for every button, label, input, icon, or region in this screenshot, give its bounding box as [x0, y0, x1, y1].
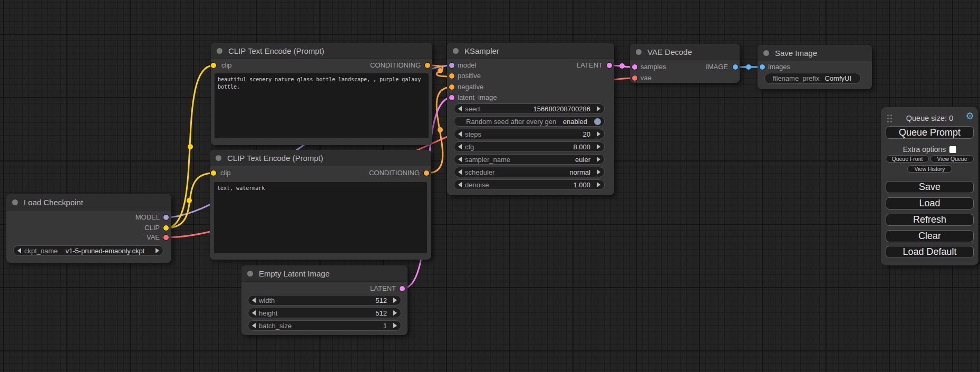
node-title-bar[interactable]: Load Checkpoint: [6, 194, 171, 211]
filename-prefix-widget[interactable]: filename_prefix ComfyUI: [764, 73, 861, 84]
increment-arrow-icon[interactable]: [597, 131, 600, 137]
collapse-dot-icon[interactable]: [217, 48, 222, 54]
collapse-dot-icon[interactable]: [636, 49, 642, 55]
decrement-arrow-icon[interactable]: [458, 144, 462, 149]
collapse-dot-icon[interactable]: [247, 271, 253, 276]
increment-arrow-icon[interactable]: [597, 157, 600, 162]
decrement-arrow-icon[interactable]: [252, 298, 256, 303]
node-title-bar[interactable]: Empty Latent Image: [241, 265, 407, 282]
positive-prompt-textarea[interactable]: beautiful scenery nature glass bottle la…: [215, 73, 429, 138]
output-port-model[interactable]: [163, 215, 169, 220]
node-ksampler[interactable]: KSampler model positive negative latent_…: [447, 43, 614, 195]
increment-arrow-icon[interactable]: [597, 144, 600, 149]
node-vae-decode[interactable]: VAE Decode samples vae IMAGE: [630, 44, 740, 83]
widget-label: steps: [465, 130, 481, 138]
node-title-bar[interactable]: VAE Decode: [630, 44, 740, 60]
node-title: Save Image: [775, 49, 817, 58]
cfg-widget[interactable]: cfg 8.000: [454, 141, 605, 152]
gear-icon[interactable]: ⚙: [966, 111, 974, 121]
input-label-vae: vae: [641, 73, 652, 83]
widget-label: ckpt_name: [24, 247, 58, 255]
scheduler-widget[interactable]: scheduler normal: [454, 167, 605, 177]
load-default-button[interactable]: Load Default: [886, 246, 974, 258]
load-button[interactable]: Load: [886, 197, 974, 209]
seed-toggle-icon[interactable]: [594, 118, 601, 125]
increment-arrow-icon[interactable]: [597, 182, 600, 187]
input-label-negative: negative: [458, 82, 483, 92]
collapse-dot-icon[interactable]: [453, 48, 459, 54]
input-port-vae[interactable]: [632, 75, 637, 81]
node-load-checkpoint[interactable]: Load Checkpoint MODEL CLIP VAE ckpt_name…: [6, 194, 171, 263]
input-port-images[interactable]: [760, 64, 765, 70]
batch-size-widget[interactable]: batch_size 1: [248, 320, 401, 331]
collapse-dot-icon[interactable]: [216, 155, 221, 161]
output-port-clip[interactable]: [163, 225, 169, 231]
increment-arrow-icon[interactable]: [597, 106, 600, 111]
random-seed-widget[interactable]: Random seed after every gen enabled: [454, 116, 605, 127]
input-port-samples[interactable]: [632, 64, 637, 70]
node-clip-text-encode-positive[interactable]: CLIP Text Encode (Prompt) clip CONDITION…: [211, 43, 432, 145]
widget-label: seed: [465, 105, 480, 113]
output-label-latent: LATENT: [370, 283, 396, 294]
increment-arrow-icon[interactable]: [597, 169, 600, 175]
decrement-arrow-icon[interactable]: [458, 169, 462, 175]
view-history-button[interactable]: View History: [907, 165, 952, 173]
clear-button[interactable]: Clear: [886, 230, 974, 242]
output-port-conditioning[interactable]: [424, 170, 429, 176]
output-port-latent[interactable]: [400, 286, 405, 291]
queue-front-button[interactable]: Queue Front: [886, 155, 929, 163]
output-port-conditioning[interactable]: [425, 63, 430, 68]
link-dot-image: [746, 64, 751, 70]
input-label-clip: clip: [221, 60, 232, 71]
collapse-dot-icon[interactable]: [763, 50, 769, 56]
increment-arrow-icon[interactable]: [393, 323, 397, 328]
height-widget[interactable]: height 512: [248, 308, 401, 318]
node-title-bar[interactable]: KSampler: [447, 43, 614, 59]
widget-value: 8.000: [573, 143, 590, 151]
input-port-clip[interactable]: [211, 170, 216, 176]
input-port-clip[interactable]: [211, 63, 216, 68]
decrement-arrow-icon[interactable]: [458, 131, 462, 137]
extra-options-checkbox[interactable]: [949, 146, 956, 153]
node-title-bar[interactable]: CLIP Text Encode (Prompt): [210, 150, 431, 166]
collapse-dot-icon[interactable]: [12, 199, 18, 205]
node-title-bar[interactable]: Save Image: [758, 45, 872, 61]
node-title: Empty Latent Image: [259, 269, 329, 278]
increment-arrow-icon[interactable]: [156, 248, 159, 253]
node-clip-text-encode-negative[interactable]: CLIP Text Encode (Prompt) clip CONDITION…: [210, 150, 431, 260]
decrement-arrow-icon[interactable]: [252, 310, 256, 316]
input-port-negative[interactable]: [449, 84, 454, 90]
node-title: CLIP Text Encode (Prompt): [227, 154, 323, 163]
queue-size-label: Queue size: 0: [881, 114, 978, 122]
node-title-bar[interactable]: CLIP Text Encode (Prompt): [211, 43, 432, 59]
decrement-arrow-icon[interactable]: [17, 248, 21, 253]
width-widget[interactable]: width 512: [248, 295, 401, 306]
input-port-latent-image[interactable]: [449, 95, 454, 100]
input-label-clip: clip: [220, 168, 231, 178]
decrement-arrow-icon[interactable]: [458, 182, 462, 187]
refresh-button[interactable]: Refresh: [886, 214, 974, 226]
queue-prompt-button[interactable]: Queue Prompt: [886, 126, 974, 139]
widget-value: normal: [569, 168, 590, 176]
increment-arrow-icon[interactable]: [393, 310, 397, 316]
node-save-image[interactable]: Save Image images filename_prefix ComfyU…: [758, 45, 872, 89]
node-empty-latent-image[interactable]: Empty Latent Image LATENT width 512 heig…: [241, 265, 407, 335]
decrement-arrow-icon[interactable]: [458, 106, 462, 111]
steps-widget[interactable]: steps 20: [454, 129, 605, 139]
increment-arrow-icon[interactable]: [393, 298, 397, 303]
comfyui-canvas[interactable]: { "colors": { "model": "#B39DDB", "clip"…: [0, 0, 980, 372]
decrement-arrow-icon[interactable]: [458, 157, 462, 162]
save-button[interactable]: Save: [886, 181, 974, 193]
input-port-positive[interactable]: [449, 73, 454, 79]
input-port-model[interactable]: [449, 63, 454, 68]
seed-widget[interactable]: seed 156680208700286: [454, 103, 605, 114]
output-port-vae[interactable]: [163, 235, 169, 240]
ckpt-name-widget[interactable]: ckpt_name v1-5-pruned-emaonly.ckpt: [13, 245, 163, 256]
decrement-arrow-icon[interactable]: [252, 323, 256, 328]
negative-prompt-textarea[interactable]: text, watermark: [214, 182, 427, 253]
output-port-image[interactable]: [733, 64, 738, 70]
view-queue-button[interactable]: View Queue: [930, 155, 974, 163]
sampler-name-widget[interactable]: sampler_name euler: [454, 154, 605, 165]
denoise-widget[interactable]: denoise 1.000: [454, 179, 605, 190]
output-port-latent[interactable]: [607, 63, 612, 68]
